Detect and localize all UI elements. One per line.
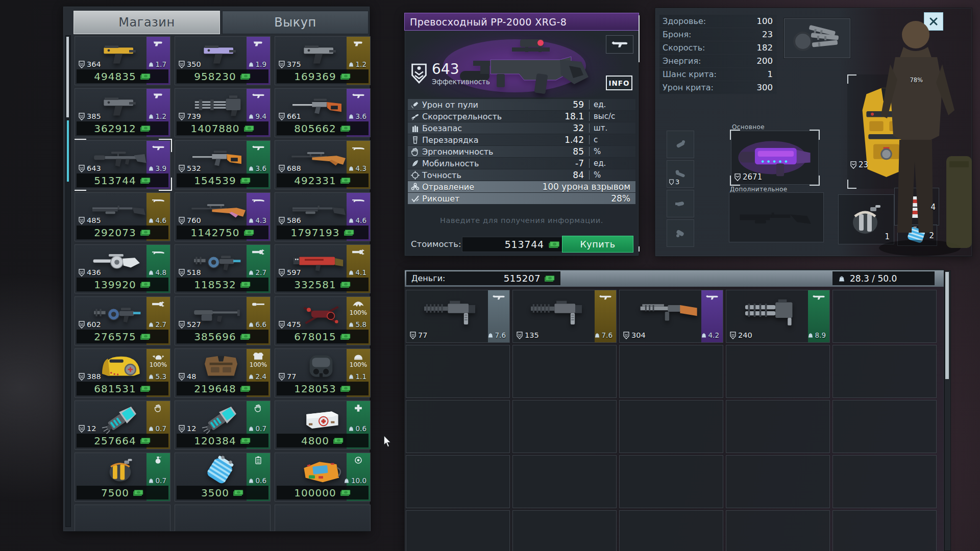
inventory-cell-empty[interactable]: [619, 510, 723, 551]
rifle-icon: [611, 40, 628, 49]
item-price: 4800: [277, 434, 369, 447]
character-stat-value: 100: [757, 16, 773, 26]
inventory-cell-empty[interactable]: [512, 510, 617, 551]
shop-item[interactable]: 100% 48 2.4 219648: [175, 348, 271, 397]
inventory-item[interactable]: 240 8.9: [726, 290, 830, 343]
shop-item[interactable]: 350 1.9 958230: [175, 36, 271, 85]
shop-item[interactable]: 436 4.8 139920: [75, 244, 170, 293]
inventory-cell-empty[interactable]: [619, 345, 723, 398]
inventory-cell-empty[interactable]: [832, 510, 937, 551]
item-price: 276575: [77, 330, 168, 343]
inventory-item[interactable]: 304 4.2: [619, 290, 723, 343]
inventory-item[interactable]: 77 7.6: [406, 290, 510, 343]
inventory-cell-empty[interactable]: [619, 400, 723, 453]
money-icon: [140, 385, 151, 392]
inventory-cell-empty[interactable]: [406, 510, 510, 551]
shop-item[interactable]: 586 4.6 1797193: [275, 192, 371, 241]
secondary-weapon-slot[interactable]: [729, 192, 824, 242]
inventory-cell-empty[interactable]: [726, 400, 830, 453]
inventory-cell-empty[interactable]: [726, 345, 830, 398]
inventory-cell-empty[interactable]: [406, 345, 510, 398]
inventory-cell-empty[interactable]: [512, 345, 617, 398]
item-level-badge: 661: [279, 112, 301, 120]
inventory-scrollbar[interactable]: [944, 270, 951, 551]
shop-item[interactable]: 0.6 4800: [275, 400, 371, 449]
shop-item[interactable]: 12 0.7 120384: [175, 400, 271, 449]
shop-item[interactable]: 12 0.7 257664: [75, 400, 170, 449]
shop-item[interactable]: 739 9.4 1407880: [175, 88, 271, 137]
weight-icon: [149, 269, 154, 276]
shop-item[interactable]: 100% 77 1.1 128053: [275, 348, 371, 397]
item-weight: 0.7: [149, 477, 166, 485]
shop-item[interactable]: 518 2.7 118532: [175, 244, 271, 293]
tab-buyback[interactable]: Выкуп: [222, 11, 369, 34]
stat-value: 100 урона взрывом: [526, 182, 635, 192]
stat-label: Отравление: [422, 182, 526, 192]
stat-icon: [408, 147, 422, 156]
item-weight: 1.2: [349, 60, 366, 68]
inventory-cell-empty[interactable]: [406, 455, 510, 508]
stat-value: 85: [528, 146, 584, 157]
shop-item[interactable]: 375 1.2 169369: [275, 36, 371, 85]
tab-shop[interactable]: Магазин: [74, 11, 220, 34]
money-value: 515207: [504, 273, 541, 284]
quick-slot-1[interactable]: [667, 131, 694, 158]
shop-item[interactable]: 760 4.3 1142750: [175, 192, 271, 241]
weight-icon: [149, 165, 154, 171]
buy-button[interactable]: Купить: [562, 236, 633, 253]
shop-item[interactable]: 364 1.7 494835: [75, 36, 170, 85]
inventory-cell-empty[interactable]: [832, 455, 937, 508]
weapon-class-button[interactable]: [606, 35, 633, 54]
money-icon: [240, 385, 251, 392]
item-level-badge: 375: [279, 60, 301, 68]
quick-slot-3[interactable]: [667, 190, 694, 217]
quick-slot-2[interactable]: 3: [667, 160, 694, 188]
ammo-crate-icon: [785, 19, 850, 58]
inventory-scrollbar-thumb[interactable]: [945, 272, 949, 379]
weight-icon: [349, 61, 354, 67]
inventory-cell-empty[interactable]: [512, 455, 617, 508]
item-price: 100000: [277, 486, 369, 499]
quick-slot-4[interactable]: [667, 219, 694, 247]
inventory-cell-empty[interactable]: [619, 455, 723, 508]
character-stat-row: Скорость: 182: [659, 41, 777, 54]
shop-item[interactable]: 597 4.1 332581: [275, 244, 371, 293]
inventory-cell-empty[interactable]: [406, 400, 510, 453]
shop-item[interactable]: 100% 475 5.8 678015: [275, 296, 371, 345]
inventory-cell-empty[interactable]: [832, 290, 937, 343]
weight-icon: [249, 321, 254, 328]
stat-label: Урон от пули: [422, 100, 528, 110]
ammo-crate-slot[interactable]: [784, 18, 850, 58]
shop-item-empty: [175, 505, 271, 531]
stat-unit: шт.: [589, 123, 635, 133]
inventory-cell-empty[interactable]: [832, 400, 937, 453]
rank-shield-icon: [411, 63, 427, 84]
weight-icon: [349, 425, 354, 432]
item-price: 169369: [277, 69, 369, 83]
inventory-cell-empty[interactable]: [512, 400, 617, 453]
shop-scrollbar-thumb[interactable]: [66, 37, 69, 117]
shop-item[interactable]: 643 3.9 513744: [75, 140, 170, 189]
shop-item[interactable]: 10.0 100000: [275, 453, 371, 502]
inventory-cell-empty[interactable]: [726, 510, 830, 551]
shop-scrollbar[interactable]: [65, 35, 71, 527]
shop-item[interactable]: 100% 388 5.3 681531: [75, 348, 170, 397]
shop-item[interactable]: 661 3.6 805662: [275, 88, 371, 137]
shop-item[interactable]: 0.7 7500: [75, 453, 170, 502]
shop-item[interactable]: 0.6 3500: [175, 453, 271, 502]
primary-weapon-slot[interactable]: 2671: [731, 131, 819, 185]
character-stat-row: Здоровье: 100: [659, 15, 777, 28]
weight-icon: [349, 165, 354, 171]
shop-item[interactable]: 527 6.6 385696: [175, 296, 271, 345]
shop-item[interactable]: 385 1.2 362912: [75, 88, 170, 137]
inventory-item[interactable]: 135 7.6: [512, 290, 617, 343]
shop-item[interactable]: 688 4.3 492331: [275, 140, 371, 189]
shop-item[interactable]: 602 2.7 276575: [75, 296, 170, 345]
item-price: 332581: [277, 278, 369, 291]
info-button[interactable]: INFO: [606, 76, 632, 90]
inventory-cell-empty[interactable]: [726, 455, 830, 508]
shop-item[interactable]: 485 4.6 292073: [75, 192, 170, 241]
character-stat-label: Броня:: [663, 30, 691, 39]
shop-item[interactable]: 532 3.6 154539: [175, 140, 271, 189]
inventory-cell-empty[interactable]: [832, 345, 937, 398]
